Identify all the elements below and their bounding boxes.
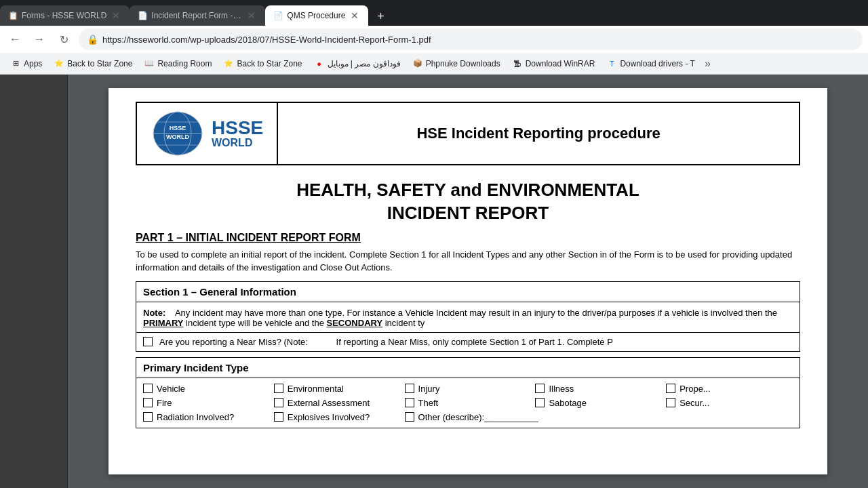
section1-note-text2: incident type will be vehicle and the	[186, 318, 324, 328]
incident-item-theft: Theft	[405, 398, 532, 408]
svg-text:HSSE: HSSE	[170, 125, 186, 131]
section1-box: Section 1 – General Information Note: An…	[136, 281, 800, 352]
tab-title-2: Incident Report Form - HSSE W...	[151, 11, 242, 20]
bookmark-vodafone[interactable]: ● فوداقون مصر | موبايل	[309, 56, 406, 72]
main-title-h1: HEALTH, SAFETY and ENVIRONMENTAL INCIDEN…	[136, 179, 800, 225]
hsse-wordmark: HSSE WORLD	[212, 119, 263, 148]
lock-icon: 🔒	[87, 34, 98, 45]
tab-close-1[interactable]: ✕	[111, 10, 121, 21]
checkbox-vehicle[interactable]	[143, 384, 153, 393]
tab-bar: 📋 Forms - HSSE WORLD ✕ 📄 Incident Report…	[0, 0, 868, 26]
section1-note-text: Any incident may have more than one type…	[175, 308, 777, 318]
address-bar-row: ← → ↻ 🔒 https://hsseworld.com/wp-uploads…	[0, 26, 868, 53]
bookmark-favicon-drivers: T	[607, 59, 616, 68]
checkbox-security[interactable]	[666, 398, 675, 407]
section1-header: Section 1 – General Information	[136, 282, 800, 302]
bookmark-back-star1[interactable]: ⭐ Back to Star Zone	[49, 56, 138, 72]
label-explosives: Explosives Involved?	[288, 412, 370, 422]
incident-item-radiation: Radiation Involved?	[143, 412, 270, 422]
bookmark-label-apps: Apps	[24, 59, 42, 68]
hsse-logo-globe: HSSE WORLD	[151, 110, 205, 157]
tab-qms-procedure[interactable]: 📄 QMS Procedure ✕	[265, 5, 368, 26]
checkbox-theft[interactable]	[405, 398, 414, 407]
near-miss-checkbox[interactable]	[143, 337, 153, 346]
checkbox-property[interactable]	[666, 384, 675, 393]
part1-desc: To be used to complete an initial report…	[136, 248, 800, 274]
checkbox-fire[interactable]	[143, 398, 153, 407]
incident-type-header: Primary Incident Type	[136, 358, 800, 378]
bookmarks-bar: ⊞ Apps ⭐ Back to Star Zone 📖 Reading Roo…	[0, 53, 868, 75]
incident-item-injury: Injury	[405, 384, 532, 394]
part1-title: PART 1 – INITIAL INCIDENT REPORT FORM	[136, 232, 800, 244]
near-miss-row: Are you reporting a Near Miss? (Note: If…	[136, 332, 800, 351]
label-external: External Assessment	[288, 398, 370, 408]
incident-item-vehicle: Vehicle	[143, 384, 270, 394]
label-illness: Illness	[549, 384, 574, 394]
bookmark-phpnuke[interactable]: 📦 Phpnuke Downloads	[408, 56, 506, 72]
incident-item-illness: Illness	[535, 384, 662, 394]
label-fire: Fire	[157, 398, 172, 408]
bookmark-label-star1: Back to Star Zone	[67, 59, 132, 68]
bookmark-label-star2: Back to Star Zone	[237, 59, 302, 68]
bookmark-label-vodafone: فوداقون مصر | موبايل	[328, 59, 401, 68]
pdf-sidebar	[0, 75, 68, 488]
incident-item-environmental: Environmental	[274, 384, 401, 394]
label-theft: Theft	[418, 398, 439, 408]
incident-item-external: External Assessment	[274, 398, 401, 408]
main-title-line2: INCIDENT REPORT	[387, 203, 549, 223]
checkbox-injury[interactable]	[405, 384, 414, 393]
incident-item-property: Prope...	[666, 384, 793, 394]
forward-button[interactable]: →	[30, 30, 49, 49]
address-box[interactable]: 🔒 https://hsseworld.com/wp-uploads/2018/…	[79, 28, 863, 50]
section1-note-text3: incident ty	[385, 318, 425, 328]
incident-type-box: Primary Incident Type Vehicle Environmen…	[136, 357, 800, 428]
checkbox-environmental[interactable]	[274, 384, 283, 393]
bookmarks-more-icon[interactable]: »	[705, 58, 711, 70]
back-button[interactable]: ←	[5, 30, 24, 49]
reload-button[interactable]: ↻	[54, 30, 73, 49]
label-other: Other (describe):___________	[418, 412, 538, 422]
primary-label: PRIMARY	[143, 318, 183, 328]
svg-text:WORLD: WORLD	[166, 134, 189, 140]
label-sabotage: Sabotage	[549, 398, 587, 408]
tab-close-3[interactable]: ✕	[349, 10, 360, 21]
incident-item-explosives: Explosives Involved?	[274, 412, 401, 422]
tab-incident-report[interactable]: 📄 Incident Report Form - HSSE W... ✕	[130, 5, 265, 26]
checkbox-other[interactable]	[405, 412, 414, 422]
bookmark-label-drivers: Download drivers - T	[620, 59, 694, 68]
bookmark-favicon-apps: ⊞	[11, 59, 20, 68]
bookmark-drivers[interactable]: T Download drivers - T	[601, 56, 700, 72]
bookmark-favicon-vodafone: ●	[315, 59, 324, 68]
tab-favicon-3: 📄	[273, 11, 283, 20]
bookmark-back-star2[interactable]: ⭐ Back to Star Zone	[218, 56, 307, 72]
checkbox-radiation[interactable]	[143, 412, 153, 422]
pdf-container: HSSE WORLD HSSE WORLD HSE Incident Repor…	[0, 75, 868, 488]
incident-item-fire: Fire	[143, 398, 270, 408]
new-tab-button[interactable]: +	[371, 7, 390, 26]
hsse-header: HSSE WORLD HSSE WORLD HSE Incident Repor…	[136, 102, 800, 165]
tab-title-1: Forms - HSSE WORLD	[22, 11, 106, 20]
checkbox-external[interactable]	[274, 398, 283, 407]
note-label: Note:	[143, 308, 165, 318]
bookmark-favicon-star1: ⭐	[54, 59, 64, 68]
incident-type-grid: Vehicle Environmental Injury Illness	[136, 378, 800, 428]
bookmark-reading-room[interactable]: 📖 Reading Room	[139, 56, 217, 72]
checkbox-illness[interactable]	[535, 384, 545, 393]
bookmark-favicon-star2: ⭐	[224, 59, 233, 68]
incident-item-security: Secur...	[666, 398, 793, 408]
tab-forms-hsse[interactable]: 📋 Forms - HSSE WORLD ✕	[0, 5, 130, 26]
bookmark-apps[interactable]: ⊞ Apps	[5, 56, 47, 72]
label-security: Secur...	[679, 398, 709, 408]
tab-close-2[interactable]: ✕	[246, 10, 257, 21]
bookmark-winrar[interactable]: 🗜 Download WinRAR	[507, 56, 601, 72]
checkbox-sabotage[interactable]	[535, 398, 545, 407]
tab-favicon-1: 📋	[8, 11, 18, 20]
label-property: Prope...	[679, 384, 711, 394]
part1-section: PART 1 – INITIAL INCIDENT REPORT FORM To…	[136, 232, 800, 274]
incident-item-other: Other (describe):___________	[405, 412, 663, 422]
main-title-line1: HEALTH, SAFETY and ENVIRONMENTAL	[296, 180, 639, 200]
part1-label: PART 1	[136, 232, 174, 243]
checkbox-explosives[interactable]	[274, 412, 283, 422]
incident-item-sabotage: Sabotage	[535, 398, 662, 408]
label-vehicle: Vehicle	[157, 384, 185, 394]
